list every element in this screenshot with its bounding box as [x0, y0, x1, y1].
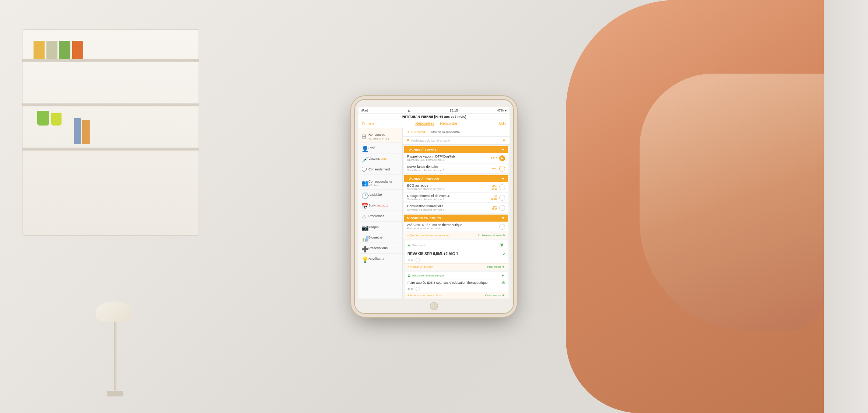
task-circle-ecg[interactable] [499, 184, 505, 190]
sidebar-label-correspondants: Correspondants [368, 180, 392, 183]
task-row: Consultation trimestrielle Surveillance … [404, 203, 508, 213]
task-ecg-title: ECG au repos [407, 184, 491, 187]
help-button[interactable]: Aide [498, 122, 506, 126]
clock-refresh-icon: ↺ [406, 130, 409, 134]
sidebar-item-rencontres[interactable]: ⊞ Rencontres 411 depuis 24 ans [358, 128, 402, 143]
status-bar: iPad ▲ 18:15 47% ■ [358, 107, 510, 114]
main-content: ⊞ Rencontres 411 depuis 24 ans 👤 Prof 💉 … [358, 128, 510, 299]
home-button[interactable] [430, 302, 438, 310]
drug-check-icon[interactable]: ✓ [503, 251, 506, 257]
right-panel: ↺ 25/02/2016 ❤ Problèmes de santé et sui… [403, 128, 510, 299]
sidebar-item-correspondants[interactable]: 👥 Correspondants MT : Moi [358, 175, 402, 190]
task-ecg-subtitle: Surveillance diabète de type 2 [407, 187, 491, 191]
education-ald-row: ALD : [405, 286, 508, 292]
task-row: Rappel de vaccin : DTP/Coq/Hib REVAXIS S… [404, 153, 508, 163]
device-label: iPad [361, 109, 368, 112]
education-header: ✿ Éducation thérapeutique ▼ [405, 272, 508, 279]
mission-circle[interactable] [499, 224, 505, 230]
problems-link-button[interactable]: Problèmes et suivi ⊕ [477, 234, 505, 237]
ordonnance-link-button[interactable]: Ordonnance ⊕ [485, 294, 505, 297]
pharmacie-section: ✚ Pharmacie ▼ REVAXIS SER 0,5ML+2 AIG 1 … [404, 240, 508, 270]
sidebar-sub-correspondants: MT : Moi [368, 184, 392, 187]
ipad-screen: iPad ▲ 18:15 47% ■ PETITJEAN PIERRE [H, … [358, 107, 510, 299]
education-chevron: ▼ [501, 273, 505, 278]
task-ecg-date: déc.2015 [491, 185, 497, 190]
sidebar-label-problemes: Problèmes [368, 214, 384, 218]
health-problems-placeholder: Problèmes de santé et suivi [411, 139, 449, 142]
add-task-button[interactable]: + Ajouter une tâche personnelle [407, 234, 449, 237]
health-chevron: ▼ [502, 138, 506, 142]
missions-chevron: ▼ [501, 216, 505, 220]
task-subtitle-1: REVAXIS SER 0,5ML+2 AIG 1 [407, 158, 491, 162]
ipad-device: iPad ▲ 18:15 47% ■ PETITJEAN PIERRE [H, … [355, 100, 513, 313]
tasks-suivre-header: TÂCHES À SUIVRE ▼ [404, 146, 508, 153]
sidebar-item-biometrie[interactable]: 📊 Biométrie [358, 232, 402, 243]
sidebar-label-images: Images [368, 225, 379, 229]
tab-rencontre[interactable]: Rencontre [440, 121, 457, 126]
missions-add-row: + Ajouter une tâche personnelle Problème… [404, 232, 508, 239]
sidebar-item-profil[interactable]: 👤 Prof [358, 143, 402, 153]
education-text: Faire auprès IDE 5 séances d'éducation t… [405, 279, 502, 286]
tasks-suivre-section: TÂCHES À SUIVRE ▼ Rappel de vaccin : DTP… [404, 146, 508, 174]
task-date-1: 2015 [491, 156, 497, 160]
task-row: Dosage trimestriel de HBA1C Surveillance… [404, 193, 508, 203]
task-circle-filled-1[interactable]: ▶ [499, 155, 505, 161]
time-display: 18:15 [449, 109, 458, 112]
tasks-suivre-label: TÂCHES À SUIVRE [407, 148, 437, 151]
education-add-row: + Ajouter une prescription Ordonnance ⊕ [405, 292, 508, 299]
missions-header: MISSIONS EN COURS ▼ [404, 215, 508, 222]
ald-row: ALD : [405, 257, 508, 263]
tasks-prevoir-section: TÂCHES À PRÉVOIR ▼ ECG au repos Surveill… [404, 175, 508, 213]
education-ald-circle[interactable] [416, 287, 420, 291]
sidebar-item-revelateur[interactable]: 💡 Révélateur [358, 254, 402, 264]
bg-shelf-unit [22, 29, 199, 236]
sidebar-label-assiduite: Assiduité [368, 193, 382, 197]
sidebar-item-consentement[interactable]: 🛡 Consentement [358, 164, 402, 175]
mission-row: 25/02/2016 : Éducation thérapeutique Éta… [404, 222, 508, 232]
add-product-button[interactable]: + Ajouter un produit [407, 265, 433, 268]
warning-icon: ⚠ [361, 213, 367, 219]
education-check-icon[interactable]: ⊕ [502, 280, 505, 285]
tasks-prevoir-label: TÂCHES À PRÉVOIR [407, 177, 439, 180]
ald-circle[interactable] [416, 258, 420, 262]
sidebar-item-images[interactable]: 📷 Images [358, 222, 402, 232]
date-badge: ↺ 25/02/2016 [406, 130, 427, 134]
task-circle-hba[interactable] [499, 195, 505, 201]
sidebar-label-suivi: Suivi [368, 204, 376, 208]
pharmacie-header: ✚ Pharmacie ▼ [405, 240, 508, 250]
pharmacie-link-button[interactable]: Pharmacie ⊕ [487, 265, 505, 268]
sidebar: ⊞ Rencontres 411 depuis 24 ans 👤 Prof 💉 … [358, 128, 403, 299]
sidebar-label-profil: Prof [368, 146, 375, 150]
sidebar-item-suivi[interactable]: 📅 Suivi déc. 2015 [358, 200, 402, 211]
task-row: ECG au repos Surveillance diabète de typ… [404, 182, 508, 193]
task-circle-2[interactable] [499, 166, 505, 172]
tab-rencontres[interactable]: Rencontres [415, 121, 434, 126]
sidebar-item-vaccins[interactable]: 💉 Vaccins 2015 [358, 153, 402, 164]
patient-name: PETITJEAN PIERRE [H, 65 ans et 7 mois] [402, 115, 466, 119]
wifi-icon: ▲ [407, 109, 410, 112]
nav-tabs: Rencontres Rencontre [415, 121, 457, 126]
task-title-2: Surveillance dentaire [407, 165, 492, 169]
tasks-prevoir-chevron: ▼ [501, 177, 505, 181]
sidebar-item-problemes[interactable]: ⚠ Problèmes [358, 211, 402, 222]
task-consult-title: Consultation trimestrielle [407, 204, 491, 208]
close-button[interactable]: Fermer [362, 122, 374, 126]
missions-label: MISSIONS EN COURS [407, 216, 441, 220]
camera-icon: 📷 [361, 224, 367, 229]
sidebar-label-revelateur: Révélateur [368, 257, 385, 261]
patient-header: PETITJEAN PIERRE [H, 65 ans et 7 mois] [358, 114, 510, 120]
syringe-icon: 💉 [361, 156, 367, 161]
lamp-shade [96, 301, 133, 322]
add-prescription-button[interactable]: + Ajouter une prescription [407, 294, 441, 297]
tasks-suivre-chevron: ▼ [501, 148, 505, 152]
pharmacie-chevron: ▼ [499, 242, 505, 248]
task-circle-consult[interactable] [499, 205, 505, 211]
education-section: ✿ Éducation thérapeutique ▼ Faire auprès… [404, 272, 508, 299]
encounter-title-input[interactable] [430, 130, 506, 134]
sidebar-item-assiduite[interactable]: 🕐 Assiduité [358, 190, 402, 200]
missions-section: MISSIONS EN COURS ▼ 25/02/2016 : Éducati… [404, 215, 508, 239]
calendar-icon: 📅 [361, 203, 367, 208]
task-date-2: Auj. [492, 167, 497, 170]
battery-indicator: 47% ■ [497, 109, 507, 112]
sidebar-item-prescriptions[interactable]: ➕ Prescriptions [358, 243, 402, 254]
